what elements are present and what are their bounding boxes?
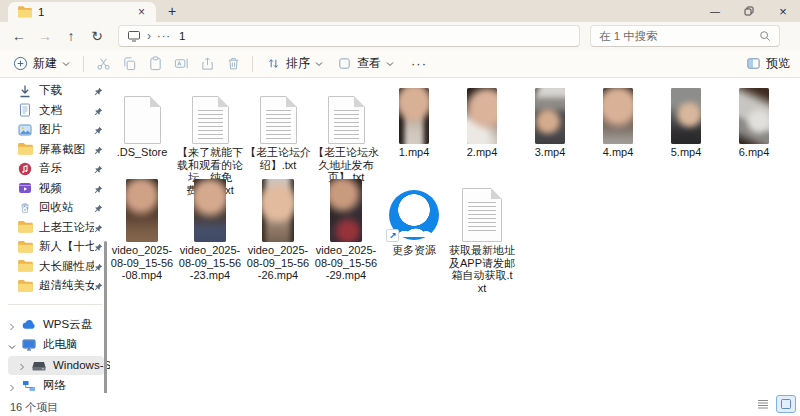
sidebar-item-wps-cloud[interactable]: WPS云盘 [0, 315, 110, 335]
sidebar-item-label: 图片 [39, 122, 94, 137]
copy-icon [122, 56, 137, 71]
breadcrumb-separator-icon: › [147, 29, 151, 43]
folder-icon [18, 142, 33, 157]
view-toggles [753, 395, 796, 413]
folder-icon [18, 239, 33, 254]
address-bar[interactable]: › ··· 1 [118, 25, 580, 47]
file-item[interactable]: .DS_Store [109, 86, 175, 159]
sidebar-item-label: 新人【十七岁 [39, 239, 94, 254]
file-name: video_2025-08-09_15-56-08.mp4 [109, 244, 175, 282]
cloud-shape [397, 223, 431, 237]
music-icon [18, 161, 33, 176]
preview-button[interactable]: 预览 [746, 55, 790, 72]
file-item[interactable]: 4.mp4 [585, 86, 651, 159]
sidebar-item-label: 音乐 [39, 161, 94, 176]
file-item[interactable]: video_2025-08-09_15-56-26.mp4 [245, 176, 311, 282]
share-button[interactable] [194, 56, 220, 71]
sidebar-item-this-pc[interactable]: 此电脑 [0, 335, 110, 355]
rename-icon [174, 56, 189, 71]
paste-button[interactable] [142, 56, 168, 71]
file-name: 2.mp4 [449, 146, 515, 159]
file-name: 【老王论坛介绍】.txt [245, 146, 311, 171]
chevron-right-icon[interactable] [8, 382, 20, 390]
back-button[interactable]: ← [6, 28, 32, 44]
trash-icon [226, 56, 241, 71]
file-item[interactable]: 5.mp4 [653, 86, 719, 159]
up-button[interactable]: ↑ [58, 28, 84, 44]
file-item[interactable]: 获取最新地址及APP请发邮箱自动获取.txt [449, 176, 515, 294]
view-button[interactable]: 查看 [330, 52, 401, 76]
minimize-button[interactable]: — [698, 0, 732, 22]
cut-button[interactable] [90, 56, 116, 71]
delete-button[interactable] [220, 56, 246, 71]
file-item[interactable]: ↗ 更多资源 [381, 176, 447, 257]
file-name: .DS_Store [109, 146, 175, 159]
details-view-button[interactable] [753, 395, 773, 413]
chevron-down-icon[interactable] [8, 341, 20, 349]
restore-button[interactable] [732, 0, 766, 22]
new-tab-button[interactable]: + [162, 2, 182, 20]
file-name: 4.mp4 [585, 146, 651, 159]
videos-icon [18, 181, 33, 196]
pin-icon [94, 145, 103, 154]
download-icon [18, 83, 33, 98]
sidebar-item-windows-ssd[interactable]: Windows-SSD [8, 356, 104, 375]
file-item[interactable]: video_2025-08-09_15-56-23.mp4 [177, 176, 243, 282]
file-name: 获取最新地址及APP请发邮箱自动获取.txt [449, 244, 515, 294]
drive-icon [32, 358, 47, 372]
sidebar-item-label: WPS云盘 [43, 317, 92, 332]
search-box[interactable] [590, 25, 780, 47]
sidebar-item-folder[interactable]: 超清纯美女校 [0, 276, 110, 296]
file-explorer-window: 1 × + — × ← → ↑ ↻ › ··· 1 新 [0, 0, 800, 416]
file-item[interactable]: 2.mp4 [449, 86, 515, 159]
refresh-button[interactable]: ↻ [84, 28, 110, 44]
item-count: 16 个项目 [10, 400, 58, 415]
close-button[interactable]: × [766, 0, 800, 22]
file-item[interactable]: 【老王论坛永久地址发布页】.txt [313, 86, 379, 184]
paste-icon [148, 56, 163, 71]
rename-button[interactable] [168, 56, 194, 71]
file-item[interactable]: 6.mp4 [721, 86, 787, 159]
file-item[interactable]: 1.mp4 [381, 86, 447, 159]
qq-browser-icon: ↗ [389, 190, 439, 240]
sidebar-item-folder[interactable]: 上老王论坛当 [0, 218, 110, 238]
forward-button[interactable]: → [32, 28, 58, 44]
sidebar-scrollbar[interactable] [104, 241, 107, 416]
sidebar-item-pictures[interactable]: 图片 [0, 120, 110, 140]
file-item[interactable]: 【老王论坛介绍】.txt [245, 86, 311, 171]
text-file-icon [328, 96, 365, 144]
sidebar-item-folder[interactable]: 新人【十七岁 [0, 237, 110, 257]
breadcrumb-collapsed[interactable]: ··· [157, 30, 171, 42]
video-thumbnail [467, 88, 497, 144]
sidebar-item-recycle-bin[interactable]: 回收站 [0, 198, 110, 218]
explorer-tab[interactable]: 1 × [8, 2, 156, 22]
copy-button[interactable] [116, 56, 142, 71]
sidebar-item-documents[interactable]: 文档 [0, 101, 110, 121]
sidebar-item-label: 下载 [39, 83, 94, 98]
more-options-button[interactable]: ··· [401, 56, 437, 71]
new-button[interactable]: 新建 [6, 52, 77, 76]
sidebar-item-folder[interactable]: 大长腿性感嫩 [0, 257, 110, 277]
chevron-right-icon[interactable] [18, 361, 30, 369]
sidebar-separator [8, 304, 102, 305]
view-button-label: 查看 [357, 55, 381, 72]
sidebar-item-music[interactable]: 音乐 [0, 159, 110, 179]
sidebar-item-videos[interactable]: 视频 [0, 179, 110, 199]
file-item[interactable]: video_2025-08-09_15-56-08.mp4 [109, 176, 175, 282]
restore-icon [744, 6, 754, 16]
breadcrumb-current-folder[interactable]: 1 [179, 30, 185, 42]
icons-view-button[interactable] [776, 395, 796, 413]
sidebar-item-screenshots[interactable]: 屏幕截图 [0, 140, 110, 160]
search-input[interactable] [599, 30, 759, 42]
sort-button[interactable]: 排序 [259, 52, 330, 76]
quick-access-list: 下载 文档 图片 屏幕截图 音乐 [0, 81, 110, 396]
grid-view-icon [780, 398, 792, 410]
pin-icon [94, 262, 103, 271]
sidebar-item-downloads[interactable]: 下载 [0, 81, 110, 101]
new-button-label: 新建 [33, 55, 57, 72]
file-item[interactable]: video_2025-08-09_15-56-29.mp4 [313, 176, 379, 282]
chevron-right-icon[interactable] [8, 321, 20, 329]
tab-close-icon[interactable]: × [133, 5, 150, 19]
folder-icon [18, 220, 33, 235]
file-item[interactable]: 3.mp4 [517, 86, 583, 159]
